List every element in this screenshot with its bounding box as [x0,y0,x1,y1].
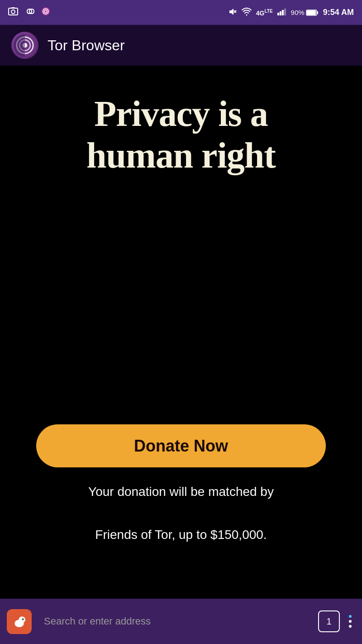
menu-dot-top [349,615,352,618]
donation-text-line2: Friends of Tor, up to $150,000. [95,528,267,542]
app-header: Tor Browser [0,25,362,66]
status-icons-left [8,6,51,19]
infinity-icon [24,8,35,17]
duckduckgo-icon [7,609,32,634]
headline-line2: human right [86,135,276,175]
mute-icon [228,7,237,18]
battery-percent: 90% [291,9,305,16]
bottom-navigation-bar: 1 [0,599,362,644]
svg-point-23 [22,618,24,620]
svg-point-8 [246,14,247,15]
screenshot-icon [8,7,18,18]
svg-rect-10 [280,11,281,15]
menu-dot-middle [349,620,352,623]
main-content: Privacy is a human right Donate Now Your… [0,66,362,564]
svg-rect-14 [307,10,316,15]
lte-signal-icon: 4GLTE [256,9,273,17]
donation-description: Your donation will be matched by Friends… [75,481,287,546]
svg-rect-11 [282,10,284,15]
privacy-headline: Privacy is a human right [86,93,276,176]
status-time: 9:54 AM [323,8,354,17]
svg-rect-15 [317,11,318,14]
donate-button[interactable]: Donate Now [36,424,326,467]
tor-logo [11,32,38,59]
battery-icon: 90% [291,9,319,16]
donation-text-line1: Your donation will be matched by [88,485,274,499]
svg-rect-2 [11,7,15,9]
onion-icon [41,6,51,19]
svg-point-24 [23,619,23,619]
status-bar: 4GLTE 90% 9:54 AM [0,0,362,25]
wifi-icon [242,8,252,18]
svg-rect-9 [277,13,279,15]
more-options-button[interactable] [345,611,355,631]
status-icons-right: 4GLTE 90% 9:54 AM [228,7,354,18]
headline-line1: Privacy is a [94,94,267,134]
signal-bars-icon [277,8,286,17]
svg-rect-12 [284,9,286,15]
menu-dot-bottom [349,625,352,628]
app-title: Tor Browser [48,37,125,54]
tab-count-badge[interactable]: 1 [318,610,340,632]
svg-point-1 [11,10,15,14]
svg-point-22 [19,616,25,623]
tab-count-number: 1 [326,616,331,627]
address-bar-input[interactable] [37,608,313,635]
